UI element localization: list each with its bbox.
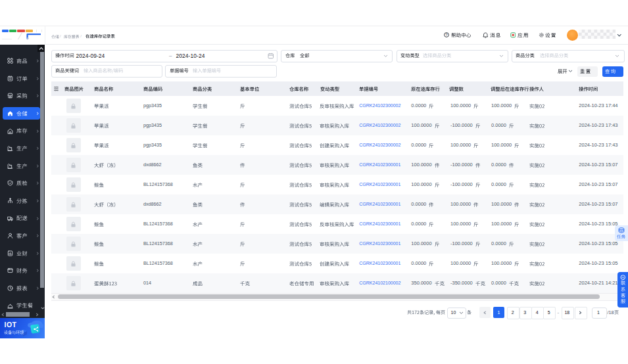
svg-text:?: ?	[446, 33, 448, 37]
